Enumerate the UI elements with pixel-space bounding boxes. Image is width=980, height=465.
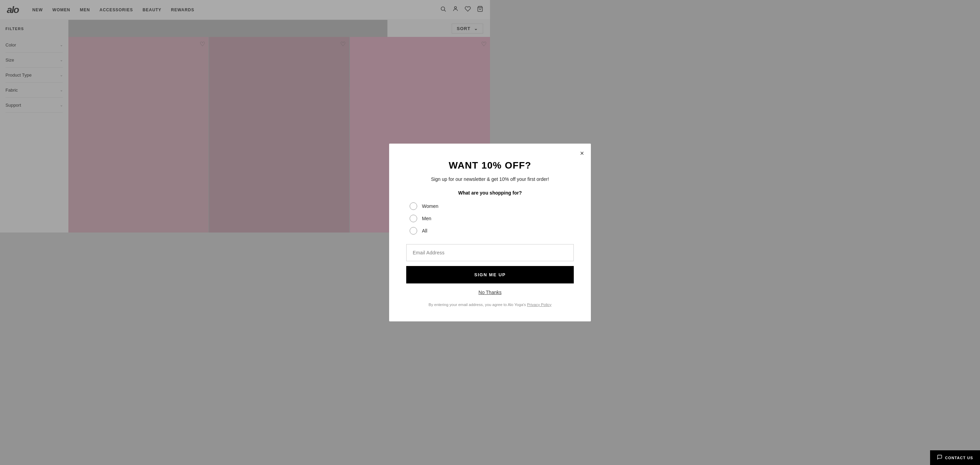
- radio-option-women[interactable]: Women: [410, 202, 490, 210]
- radio-circle-all: [410, 227, 417, 232]
- modal-title: WANT 10% OFF?: [406, 160, 490, 171]
- radio-option-all[interactable]: All: [410, 227, 490, 232]
- radio-circle-men: [410, 215, 417, 222]
- radio-women-label: Women: [422, 204, 438, 209]
- radio-option-men[interactable]: Men: [410, 215, 490, 222]
- modal-question: What are you shopping for?: [406, 190, 490, 196]
- modal-subtitle: Sign up for our newsletter & get 10% off…: [406, 177, 490, 182]
- radio-circle-women: [410, 202, 417, 210]
- radio-group-shopping: Women Men All: [406, 202, 490, 232]
- radio-men-label: Men: [422, 216, 431, 221]
- radio-all-label: All: [422, 228, 428, 232]
- modal-overlay[interactable]: × WANT 10% OFF? Sign up for our newslett…: [0, 0, 490, 232]
- newsletter-modal: × WANT 10% OFF? Sign up for our newslett…: [389, 143, 490, 232]
